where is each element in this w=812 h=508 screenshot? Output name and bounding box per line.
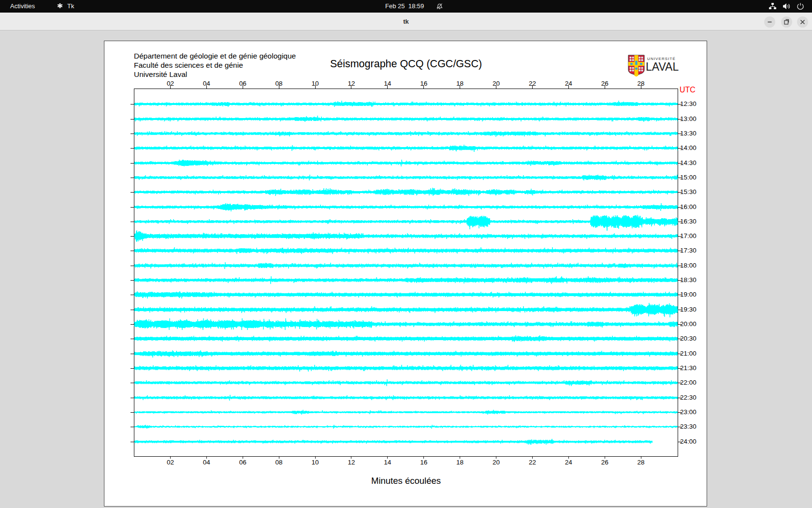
svg-text:20:00: 20:00 [680, 320, 696, 328]
svg-text:23:00: 23:00 [680, 408, 696, 416]
svg-text:22: 22 [529, 80, 536, 87]
svg-text:06: 06 [239, 459, 246, 466]
svg-text:28: 28 [638, 80, 645, 87]
svg-text:19:30: 19:30 [680, 306, 696, 313]
svg-text:19:00: 19:00 [680, 291, 696, 298]
svg-text:04: 04 [203, 80, 211, 87]
svg-text:28: 28 [638, 459, 645, 466]
svg-text:16: 16 [420, 459, 427, 466]
svg-text:24: 24 [565, 459, 573, 466]
svg-text:22:00: 22:00 [680, 379, 696, 386]
svg-text:04: 04 [203, 459, 211, 466]
svg-text:UTC: UTC [680, 86, 696, 94]
svg-text:17:30: 17:30 [680, 247, 696, 254]
svg-text:18: 18 [456, 459, 464, 466]
svg-text:02: 02 [167, 80, 174, 87]
svg-text:12:30: 12:30 [680, 100, 696, 107]
svg-text:21:00: 21:00 [680, 350, 696, 357]
svg-text:12: 12 [348, 80, 355, 87]
svg-text:20: 20 [493, 80, 500, 87]
svg-text:16:30: 16:30 [680, 218, 696, 225]
svg-text:24:00: 24:00 [680, 438, 696, 445]
svg-text:20: 20 [493, 459, 500, 466]
svg-text:14: 14 [384, 459, 392, 466]
svg-text:18:00: 18:00 [680, 262, 696, 269]
svg-text:26: 26 [601, 80, 609, 87]
svg-text:24: 24 [565, 80, 573, 87]
svg-text:13:00: 13:00 [680, 115, 696, 122]
svg-text:20:30: 20:30 [680, 335, 696, 342]
svg-text:02: 02 [167, 459, 174, 466]
svg-text:17:00: 17:00 [680, 232, 696, 239]
svg-text:22:30: 22:30 [680, 394, 696, 401]
svg-text:14: 14 [384, 80, 392, 87]
svg-text:14:00: 14:00 [680, 144, 696, 151]
svg-text:22: 22 [529, 459, 536, 466]
svg-text:18: 18 [456, 80, 464, 87]
svg-text:21:30: 21:30 [680, 364, 696, 372]
svg-text:15:00: 15:00 [680, 174, 696, 181]
svg-text:08: 08 [276, 459, 283, 466]
svg-text:10: 10 [311, 80, 319, 87]
svg-text:13:30: 13:30 [680, 130, 696, 137]
svg-text:10: 10 [311, 459, 319, 466]
svg-text:23:30: 23:30 [680, 423, 696, 430]
svg-text:08: 08 [276, 80, 283, 87]
svg-text:06: 06 [239, 80, 246, 87]
svg-text:16: 16 [420, 80, 427, 87]
svg-text:18:30: 18:30 [680, 276, 696, 284]
svg-text:26: 26 [601, 459, 609, 466]
svg-text:16:00: 16:00 [680, 203, 696, 210]
svg-text:12: 12 [348, 459, 355, 466]
svg-text:14:30: 14:30 [680, 159, 696, 166]
svg-text:15:30: 15:30 [680, 188, 696, 195]
